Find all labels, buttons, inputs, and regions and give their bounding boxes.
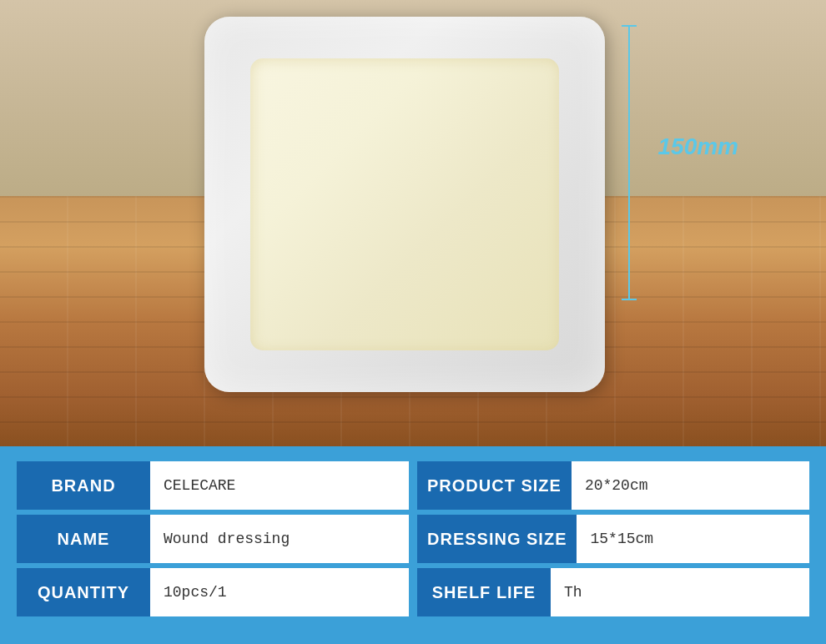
product-package: 150mm [204, 17, 622, 400]
page-wrapper: 150mm BRAND CELECARE PRODUCT SIZE 20*20c… [0, 0, 826, 644]
product-size-label: PRODUCT SIZE [417, 461, 572, 510]
product-size-cell: PRODUCT SIZE 20*20cm [417, 461, 809, 510]
quantity-label: QUANTITY [17, 568, 150, 616]
measure-line-vertical [628, 25, 630, 300]
brand-cell: BRAND CELECARE [17, 461, 409, 510]
measurement-label: 150mm [657, 133, 738, 160]
brand-value: CELECARE [150, 461, 409, 510]
brand-label: BRAND [17, 461, 150, 510]
name-cell: NAME Wound dressing [17, 515, 409, 563]
package-outer: 150mm [204, 17, 605, 392]
name-label: NAME [17, 515, 150, 563]
info-row-1: BRAND CELECARE PRODUCT SIZE 20*20cm [17, 461, 809, 510]
shelf-life-value: Th [551, 568, 809, 616]
shelf-life-cell: SHELF LIFE Th [417, 568, 809, 616]
info-row-3: QUANTITY 10pcs/1 SHELF LIFE Th [17, 568, 809, 616]
package-inner [250, 58, 559, 350]
info-section: BRAND CELECARE PRODUCT SIZE 20*20cm NAME… [0, 446, 826, 644]
product-size-value: 20*20cm [572, 461, 809, 510]
quantity-value: 10pcs/1 [150, 568, 409, 616]
dressing-size-label: DRESSING SIZE [417, 515, 577, 563]
dressing-size-cell: DRESSING SIZE 15*15cm [417, 515, 809, 563]
info-row-2: NAME Wound dressing DRESSING SIZE 15*15c… [17, 515, 809, 563]
quantity-cell: QUANTITY 10pcs/1 [17, 568, 409, 616]
shelf-life-label: SHELF LIFE [417, 568, 551, 616]
dressing-size-value: 15*15cm [577, 515, 809, 563]
measurement-line: 150mm [628, 25, 630, 309]
product-image-section: 150mm [0, 0, 826, 446]
name-value: Wound dressing [150, 515, 409, 563]
